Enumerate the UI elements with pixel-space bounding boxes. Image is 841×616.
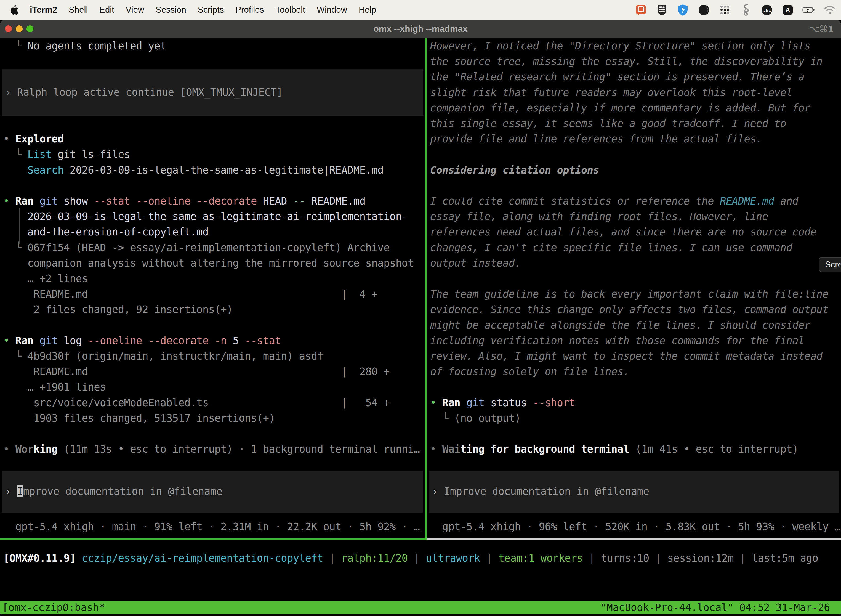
menu-item-profiles[interactable]: Profiles — [235, 5, 264, 15]
menu-item-iterm2[interactable]: iTerm2 — [30, 5, 57, 15]
pane-divider[interactable] — [425, 38, 427, 538]
menu-item-edit[interactable]: Edit — [99, 5, 114, 15]
terminal-line: review. Also, I might want to inspect th… — [430, 348, 841, 364]
battery-charging-icon[interactable] — [802, 4, 815, 16]
left-pane-bottom-border — [0, 538, 427, 540]
terminal-line: └ 067f154 (HEAD -> essay/ai-reimplementa… — [3, 240, 425, 255]
terminal-line: README.md | 280 + — [3, 364, 425, 380]
left-terminal-pane[interactable]: └ No agents completed yet› Ralph loop ac… — [0, 38, 425, 538]
dots-grid-icon[interactable] — [718, 4, 731, 16]
terminal-line: • Ran git show --stat --oneline --decora… — [3, 193, 425, 209]
terminal-line: the "Related research writing" section i… — [430, 69, 841, 85]
svg-text:A: A — [785, 6, 790, 14]
tmux-status-bar: [omx-cczip0:bash* "MacBook-Pro-44.local"… — [0, 601, 841, 614]
menu-item-toolbelt[interactable]: Toolbelt — [275, 5, 305, 15]
terminal-line: • Ran git status --short — [430, 395, 841, 411]
status-icons: ..61 A — [634, 4, 836, 16]
terminal-line: └ No agents completed yet — [3, 38, 425, 54]
window-title: omx --xhigh --madmax — [0, 24, 841, 34]
terminal-line: └ (no output) — [430, 411, 841, 426]
screen-tooltip-label: Scre — [825, 260, 841, 270]
terminal-line: evidence. Since this change only affects… — [430, 302, 841, 317]
prompt-input[interactable]: › Improve documentation in @filename — [428, 471, 839, 512]
terminal-line: essay file, along with finding root file… — [430, 209, 841, 224]
terminal-line: 2 files changed, 92 insertions(+) — [3, 302, 425, 317]
terminal-line: The team guideline is to back every impo… — [430, 286, 841, 302]
menu-item-session[interactable]: Session — [155, 5, 186, 15]
prompt-input[interactable]: › Ralph loop active continue [OMX_TMUX_I… — [1, 69, 423, 116]
percent-badge-icon[interactable]: ..61 — [760, 4, 773, 16]
terminal-line: I could cite commit statistics or refere… — [430, 193, 841, 209]
menu-item-help[interactable]: Help — [359, 5, 377, 15]
window-shortcut-badge: ⌥⌘1 — [809, 24, 834, 34]
terminal-line: • Explored — [3, 131, 425, 147]
terminal-line: README.md | 4 + — [3, 286, 425, 302]
terminal-line: gpt-5.4 xhigh · 96% left · 520K in · 5.8… — [430, 519, 841, 535]
omx-status-line: [OMX#0.11.9] cczip/essay/ai-reimplementa… — [3, 550, 818, 566]
terminal-line: the source tree, missing the essay. Stil… — [430, 54, 841, 69]
menu-item-view[interactable]: View — [126, 5, 144, 15]
title-bar[interactable]: omx --xhigh --madmax ⌥⌘1 — [0, 20, 841, 38]
terminal-line: companion file, especially if more comme… — [430, 100, 841, 116]
terminal-line: └ 4b9d30f (origin/main, instructkr/main,… — [3, 348, 425, 364]
terminal-line: companion analysis without altering the … — [3, 255, 425, 271]
squiggle-icon[interactable] — [740, 4, 752, 16]
terminal-line: including verification notes with those … — [430, 333, 841, 349]
terminal-line: 2026-03-09-is-legal-the-same-as-legitima… — [3, 209, 425, 224]
iterm-window: omx --xhigh --madmax ⌥⌘1 └ No agents com… — [0, 20, 841, 616]
menu-item-scripts[interactable]: Scripts — [198, 5, 224, 15]
menu-bar: iTerm2ShellEditViewSessionScriptsProfile… — [0, 0, 841, 20]
blue-shield-icon[interactable] — [677, 4, 689, 16]
moon-circle-icon[interactable] — [697, 4, 710, 16]
tmux-session-label: [omx-cczip0:bash* — [0, 602, 105, 613]
menu-items: iTerm2ShellEditViewSessionScriptsProfile… — [30, 5, 377, 15]
terminal-line: references need actual files, and since … — [430, 224, 841, 240]
chat-app-icon[interactable] — [634, 4, 647, 16]
terminal-line: Search 2026-03-09-is-legal-the-same-as-l… — [3, 162, 425, 178]
screen-tooltip: Scre — [819, 257, 841, 272]
terminal-line: of focusing solely on file lines. — [430, 364, 841, 380]
percent-badge-text: ..61 — [762, 8, 771, 13]
terminal-line: src/voice/voiceModeEnabled.ts | 54 + — [3, 395, 425, 411]
right-terminal-pane[interactable]: However, I noticed the "Directory Struct… — [427, 38, 841, 538]
letter-a-badge-icon[interactable]: A — [781, 4, 794, 16]
terminal-line: Considering citation options — [430, 162, 841, 178]
tmux-host-clock: "MacBook-Pro-44.local" 04:52 31-Mar-26 — [601, 602, 841, 613]
terminal-line: • Working (11m 13s • esc to interrupt) ·… — [3, 441, 425, 457]
terminal-line: • Ran git log --oneline --decorate -n 5 … — [3, 333, 425, 349]
terminal-line: • Waiting for background terminal (1m 41… — [430, 441, 841, 457]
terminal-line: 1903 files changed, 513517 insertions(+) — [3, 411, 425, 426]
terminal-line: this single essay, it seems like a good … — [430, 116, 841, 131]
right-pane-bottom-border — [427, 538, 841, 540]
terminal-line: might be acceptable alongside the file l… — [430, 317, 841, 333]
apple-menu-icon[interactable] — [9, 4, 19, 15]
menu-item-shell[interactable]: Shell — [69, 5, 88, 15]
terminal-line: However, I noticed the "Directory Struct… — [430, 38, 841, 54]
terminal-line: provide file and line references from th… — [430, 131, 841, 147]
menu-item-window[interactable]: Window — [317, 5, 347, 15]
terminal-line: … +1901 lines — [3, 379, 425, 395]
terminal-line: … +2 lines — [3, 271, 425, 286]
terminal-line: gpt-5.4 xhigh · main · 91% left · 2.31M … — [3, 519, 425, 535]
terminal-line: output instead. — [430, 255, 841, 271]
wifi-icon[interactable] — [823, 4, 836, 16]
terminal-line: changes, I can't cite specific file line… — [430, 240, 841, 255]
prompt-input[interactable]: › Improve documentation in @filename — [1, 471, 423, 512]
terminal-line: slight risk that future readers may over… — [430, 85, 841, 100]
terminal-line: and-the-erosion-of-copyleft.md — [3, 224, 425, 240]
shield-keypad-icon[interactable] — [656, 4, 668, 16]
terminal-line: └ List git ls-files — [3, 147, 425, 162]
